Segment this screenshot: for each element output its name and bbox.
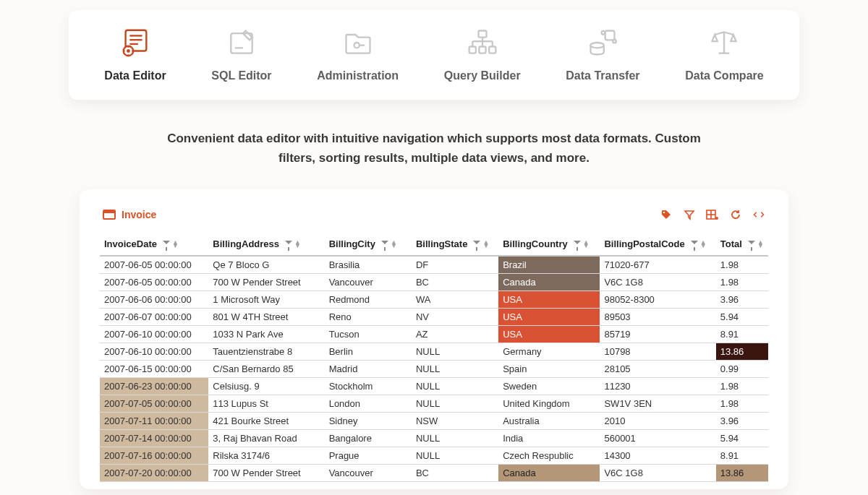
cell-billingpostalcode[interactable]: V6C 1G8 xyxy=(600,465,715,482)
cell-billingpostalcode[interactable]: 10798 xyxy=(600,343,715,361)
sort-icon[interactable]: ▲▼ xyxy=(583,241,590,248)
cell-billingaddress[interactable]: 113 Lupus St xyxy=(208,395,324,413)
cell-billingcountry[interactable]: Czech Respublic xyxy=(498,447,600,465)
sort-icon[interactable]: ▲▼ xyxy=(700,241,707,248)
cell-billingpostalcode[interactable]: 89503 xyxy=(600,309,715,326)
cell-billingcity[interactable]: Sidney xyxy=(325,413,412,430)
cell-billingpostalcode[interactable]: 560001 xyxy=(600,430,715,447)
cell-billingcountry[interactable]: Canada xyxy=(498,465,600,482)
cell-billingcountry[interactable]: Canada xyxy=(498,274,600,291)
cell-invoicedate[interactable]: 2007-06-10 00:00:00 xyxy=(100,343,208,361)
cell-billingpostalcode[interactable]: 85719 xyxy=(600,326,715,343)
table-row[interactable]: 2007-07-20 00:00:00700 W Pender StreetVa… xyxy=(100,465,768,482)
tab-data-editor[interactable]: Data Editor xyxy=(104,26,166,82)
cell-billingcity[interactable]: Tucson xyxy=(325,326,412,343)
table-row[interactable]: 2007-07-11 00:00:00421 Bourke StreetSidn… xyxy=(100,413,768,430)
filter-icon[interactable] xyxy=(691,241,698,248)
filter-icon[interactable] xyxy=(574,241,581,248)
cell-billingstate[interactable]: NULL xyxy=(412,343,498,361)
cell-billingcity[interactable]: Vancouver xyxy=(325,274,412,291)
cell-total[interactable]: 5.94 xyxy=(716,309,768,326)
cell-billingstate[interactable]: WA xyxy=(412,291,498,309)
tab-data-transfer[interactable]: Data Transfer xyxy=(566,26,639,82)
tab-sql-editor[interactable]: SQL Editor xyxy=(211,26,271,82)
cell-billingcountry[interactable]: Australia xyxy=(498,413,600,430)
cell-billingcity[interactable]: Reno xyxy=(325,309,412,326)
col-header-billingcountry[interactable]: BillingCountry▲▼ xyxy=(498,233,600,256)
table-row[interactable]: 2007-06-07 00:00:00801 W 4TH StreetRenoN… xyxy=(100,309,768,326)
cell-invoicedate[interactable]: 2007-07-11 00:00:00 xyxy=(100,413,208,430)
grid-icon[interactable] xyxy=(706,208,719,221)
cell-billingcity[interactable]: London xyxy=(325,395,412,413)
table-tab-invoice[interactable]: Invoice xyxy=(103,209,156,220)
cell-billingcountry[interactable]: Spain xyxy=(498,361,600,378)
sort-icon[interactable]: ▲▼ xyxy=(482,241,489,248)
cell-billingaddress[interactable]: C/San Bernardo 85 xyxy=(208,361,324,378)
cell-total[interactable]: 1.98 xyxy=(716,274,768,291)
cell-billingcountry[interactable]: USA xyxy=(498,326,600,343)
col-header-billingpostalcode[interactable]: BillingPostalCode▲▼ xyxy=(600,233,715,256)
tab-data-compare[interactable]: Data Compare xyxy=(685,26,763,82)
filter-icon[interactable] xyxy=(381,241,388,248)
cell-billingcountry[interactable]: Sweden xyxy=(498,378,600,395)
cell-invoicedate[interactable]: 2007-06-10 00:00:00 xyxy=(100,326,208,343)
filter-icon[interactable] xyxy=(163,241,170,248)
filter-icon[interactable] xyxy=(748,241,755,248)
cell-billingcity[interactable]: Redmond xyxy=(325,291,412,309)
cell-billingaddress[interactable]: 801 W 4TH Street xyxy=(208,309,324,326)
cell-invoicedate[interactable]: 2007-06-23 00:00:00 xyxy=(100,378,208,395)
cell-billingpostalcode[interactable]: 98052-8300 xyxy=(600,291,715,309)
cell-invoicedate[interactable]: 2007-07-14 00:00:00 xyxy=(100,430,208,447)
cell-invoicedate[interactable]: 2007-06-05 00:00:00 xyxy=(100,274,208,291)
tab-administration[interactable]: Administration xyxy=(317,26,399,82)
cell-total[interactable]: 1.98 xyxy=(716,256,768,274)
table-row[interactable]: 2007-07-05 00:00:00113 Lupus StLondonNUL… xyxy=(100,395,768,413)
cell-total[interactable]: 0.99 xyxy=(716,361,768,378)
table-row[interactable]: 2007-07-16 00:00:00Rilska 3174/6PragueNU… xyxy=(100,447,768,465)
cell-billingaddress[interactable]: Rilska 3174/6 xyxy=(208,447,324,465)
cell-invoicedate[interactable]: 2007-06-15 00:00:00 xyxy=(100,361,208,378)
cell-billingaddress[interactable]: Tauentzienstrabe 8 xyxy=(208,343,324,361)
table-row[interactable]: 2007-06-10 00:00:00Tauentzienstrabe 8Ber… xyxy=(100,343,768,361)
cell-invoicedate[interactable]: 2007-06-07 00:00:00 xyxy=(100,309,208,326)
table-row[interactable]: 2007-06-05 00:00:00700 W Pender StreetVa… xyxy=(100,274,768,291)
table-row[interactable]: 2007-06-05 00:00:00Qe 7 Bloco GBrasiliaD… xyxy=(100,256,768,274)
cell-billingaddress[interactable]: Celsiusg. 9 xyxy=(208,378,324,395)
cell-billingstate[interactable]: AZ xyxy=(412,326,498,343)
cell-billingaddress[interactable]: 1033 N Park Ave xyxy=(208,326,324,343)
cell-total[interactable]: 8.91 xyxy=(716,447,768,465)
refresh-icon[interactable] xyxy=(729,208,742,221)
cell-billingpostalcode[interactable]: SW1V 3EN xyxy=(600,395,715,413)
sort-icon[interactable]: ▲▼ xyxy=(757,241,764,248)
cell-total[interactable]: 1.98 xyxy=(716,395,768,413)
filter-icon[interactable] xyxy=(683,208,696,221)
table-row[interactable]: 2007-06-10 00:00:001033 N Park AveTucson… xyxy=(100,326,768,343)
cell-total[interactable]: 8.91 xyxy=(716,326,768,343)
col-header-invoicedate[interactable]: InvoiceDate▲▼ xyxy=(100,233,208,256)
tag-icon[interactable] xyxy=(660,208,673,221)
cell-billingstate[interactable]: NSW xyxy=(412,413,498,430)
cell-billingstate[interactable]: BC xyxy=(412,465,498,482)
sort-icon[interactable]: ▲▼ xyxy=(391,241,397,248)
cell-invoicedate[interactable]: 2007-07-05 00:00:00 xyxy=(100,395,208,413)
cell-billingcity[interactable]: Vancouver xyxy=(325,465,412,482)
cell-billingpostalcode[interactable]: 11230 xyxy=(600,378,715,395)
col-header-total[interactable]: Total▲▼ xyxy=(716,233,768,256)
cell-billingcity[interactable]: Madrid xyxy=(325,361,412,378)
cell-total[interactable]: 5.94 xyxy=(716,430,768,447)
cell-billingstate[interactable]: NULL xyxy=(412,395,498,413)
cell-billingcity[interactable]: Stockholm xyxy=(325,378,412,395)
cell-invoicedate[interactable]: 2007-07-20 00:00:00 xyxy=(100,465,208,482)
cell-billingstate[interactable]: NV xyxy=(412,309,498,326)
cell-invoicedate[interactable]: 2007-07-16 00:00:00 xyxy=(100,447,208,465)
cell-billingcity[interactable]: Prague xyxy=(325,447,412,465)
cell-billingcountry[interactable]: USA xyxy=(498,309,600,326)
cell-billingpostalcode[interactable]: 28105 xyxy=(600,361,715,378)
cell-billingstate[interactable]: NULL xyxy=(412,430,498,447)
cell-billingstate[interactable]: NULL xyxy=(412,447,498,465)
table-row[interactable]: 2007-07-14 00:00:003, Raj Bhavan RoadBan… xyxy=(100,430,768,447)
cell-billingcountry[interactable]: Brazil xyxy=(498,256,600,274)
cell-total[interactable]: 3.96 xyxy=(716,413,768,430)
cell-billingcountry[interactable]: United Kingdom xyxy=(498,395,600,413)
cell-billingcountry[interactable]: USA xyxy=(498,291,600,309)
